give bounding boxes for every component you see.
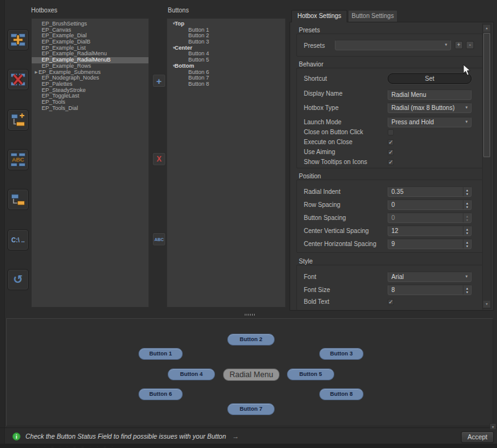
spin-down-icon[interactable]: ▼: [466, 192, 469, 196]
new-submenu-hotbox-button[interactable]: [7, 109, 29, 130]
spin-down-icon[interactable]: ▼: [466, 231, 469, 235]
new-submenu-hotbox-icon: [10, 112, 26, 128]
info-icon: i: [12, 432, 21, 441]
mouse-cursor: [463, 64, 472, 79]
tree-item[interactable]: Button 7: [167, 75, 285, 81]
bottom-clipped-strip: . . _ . . _ _ . . _ .: [0, 444, 497, 448]
scroll-up-icon[interactable]: ▲: [483, 25, 490, 32]
collapse-arrow-icon[interactable]: ▼: [167, 45, 175, 52]
status-message: Check the Button Status Field to find po…: [25, 432, 226, 440]
preview-button[interactable]: Button 8: [319, 388, 363, 400]
preview-button[interactable]: Button 4: [168, 368, 215, 380]
font-size-label: Font Size: [304, 285, 330, 295]
delete-hotbox-button[interactable]: [7, 69, 29, 90]
delete-button-button[interactable]: X: [152, 152, 166, 166]
settings-scrollbar[interactable]: ▲ ▼: [482, 24, 491, 309]
bold-text-checkbox[interactable]: ✓: [388, 299, 394, 305]
radial-indent-spinner[interactable]: ▲▼: [388, 186, 472, 197]
center-vertical-spacing-spinner[interactable]: ▲▼: [388, 226, 472, 236]
bold-text-label: Bold Text: [304, 298, 329, 306]
show-tooltips-label: Show Tooltips on Icons: [304, 158, 367, 166]
row-spacing-spinner[interactable]: ▲▼: [388, 199, 472, 210]
preview-button[interactable]: Button 3: [319, 348, 363, 360]
tree-item[interactable]: Button 6: [167, 70, 285, 76]
spin-down-icon[interactable]: ▼: [466, 218, 469, 222]
file-path-button[interactable]: C:\ ..: [7, 229, 29, 250]
tree-group-bottom[interactable]: ▼Bottom: [167, 63, 285, 70]
preview-button[interactable]: Button 2: [227, 334, 275, 345]
rename-hotbox-button[interactable]: ABC: [7, 149, 29, 170]
chevron-down-icon: ▼: [465, 103, 468, 112]
execute-on-close-label: Execute on Close: [304, 139, 352, 146]
presets-group: Presets ▼ + -: [296, 34, 483, 57]
preview-button[interactable]: Button 5: [287, 368, 334, 380]
expand-arrow-icon[interactable]: ▶: [32, 70, 38, 76]
buttons-tree[interactable]: ▼Top Button 1 Button 2 Button 3 ▼Center …: [166, 18, 286, 308]
display-name-field[interactable]: [388, 89, 472, 100]
execute-on-close-checkbox[interactable]: ✓: [388, 139, 394, 145]
add-hotbox-button[interactable]: [7, 29, 29, 50]
tree-item[interactable]: Button 4: [167, 51, 285, 57]
button-spacing-spinner[interactable]: ▲▼: [388, 213, 472, 223]
buttons-title: Buttons: [168, 7, 189, 14]
hotboxes-list[interactable]: EP_BrushSettings EP_Canvas EP_Example_Di…: [31, 18, 149, 308]
reset-button[interactable]: ↺: [7, 269, 29, 290]
collapse-arrow-icon[interactable]: ▼: [167, 63, 175, 70]
add-hotbox-icon: [10, 32, 26, 48]
tree-item[interactable]: Button 2: [167, 33, 285, 39]
shortcut-label: Shortcut: [304, 73, 327, 84]
tab-hotbox-settings[interactable]: Hotbox Settings: [291, 10, 347, 22]
preview-button[interactable]: Button 1: [139, 348, 183, 360]
center-vertical-spacing-label: Center Vertical Spacing: [304, 226, 369, 236]
launch-mode-dropdown[interactable]: Press and Hold▼: [388, 117, 472, 127]
font-dropdown[interactable]: Arial▼: [388, 272, 472, 282]
tree-group-top[interactable]: ▼Top: [167, 21, 285, 27]
shortcut-set-button[interactable]: Set: [388, 73, 472, 84]
position-section-label: Position: [299, 173, 321, 180]
accept-button[interactable]: Accept: [461, 431, 494, 443]
add-button-button[interactable]: +: [152, 74, 166, 88]
spin-down-icon[interactable]: ▼: [466, 205, 469, 209]
center-horizontal-spacing-label: Center Horizontal Spacing: [304, 239, 376, 249]
scrollbar-thumb[interactable]: [483, 33, 490, 157]
button-spacing-label: Button Spacing: [304, 213, 346, 223]
row-spacing-label: Row Spacing: [304, 199, 340, 210]
spin-down-icon[interactable]: ▼: [466, 244, 469, 248]
center-horizontal-spacing-spinner[interactable]: ▲▼: [388, 239, 472, 249]
file-path-icon: C:\ ..: [11, 237, 25, 244]
show-tooltips-checkbox[interactable]: ✓: [388, 159, 394, 165]
spin-down-icon[interactable]: ▼: [466, 290, 469, 294]
divider: [0, 427, 497, 428]
presets-dropdown[interactable]: ▼: [335, 40, 451, 50]
tab-button-settings[interactable]: Button Settings: [348, 10, 398, 22]
reset-icon: ↺: [13, 273, 23, 286]
preset-remove-button[interactable]: -: [466, 41, 474, 49]
abc-icon: ABC: [154, 237, 163, 242]
radial-indent-label: Radial Indent: [304, 186, 340, 197]
hotbox-type-dropdown[interactable]: Radial (max 8 Buttons)▼: [388, 103, 472, 113]
presets-label: Presets: [304, 40, 325, 51]
hotbox-list-item[interactable]: EP_Tools_Dial: [32, 106, 148, 112]
style-section-label: Style: [299, 258, 312, 265]
behavior-section-label: Behavior: [299, 61, 323, 68]
rename-button-button[interactable]: ABC: [152, 232, 166, 246]
tree-item[interactable]: Button 8: [167, 81, 285, 88]
close-on-click-checkbox[interactable]: [388, 129, 394, 135]
preview-button[interactable]: Button 7: [227, 403, 275, 415]
preset-add-button[interactable]: +: [455, 41, 463, 49]
font-size-spinner[interactable]: ▲▼: [388, 285, 472, 295]
use-aiming-checkbox[interactable]: ✓: [388, 149, 394, 155]
hotboxes-title: Hotboxes: [31, 7, 57, 14]
tree-item[interactable]: Button 1: [167, 27, 285, 34]
splitter-handle[interactable]: [245, 314, 255, 316]
organize-hotbox-button[interactable]: [7, 189, 29, 210]
collapse-arrow-icon[interactable]: ▼: [167, 21, 175, 27]
preview-button[interactable]: Button 6: [139, 388, 183, 400]
plus-icon: +: [157, 76, 162, 86]
scroll-down-icon[interactable]: ▼: [483, 301, 490, 308]
tree-group-center[interactable]: ▼Center: [167, 45, 285, 52]
delete-hotbox-icon: [10, 71, 26, 88]
style-group: Font Arial▼ Font Size ▲▼ Bold Text ✓: [296, 265, 483, 310]
display-name-label: Display Name: [304, 88, 342, 99]
left-edge-strip: [0, 0, 5, 448]
